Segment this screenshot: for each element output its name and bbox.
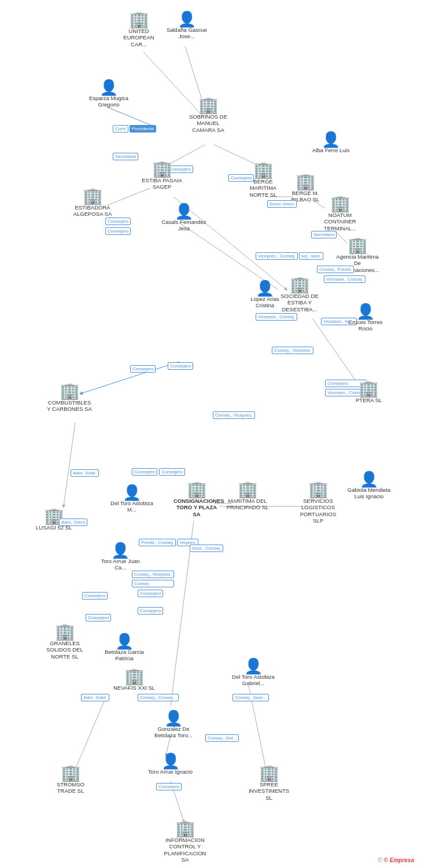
building-icon-nevafis: 🏢 bbox=[124, 668, 145, 685]
badge-vicesecr1[interactable]: Viceseor., Consej. bbox=[324, 275, 365, 283]
person-icon-saldana: 👤 bbox=[178, 12, 196, 27]
label-gabiola: Gabiola Mendieta Luis Ignacio bbox=[346, 487, 392, 500]
badge-consej-vicepres-mid: Consej., Vicepres. bbox=[213, 411, 255, 420]
label-graneles: GRANELES SOLIDOS DEL NORTE SL bbox=[42, 640, 88, 660]
badge-cd[interactable]: Consej., Del... bbox=[205, 734, 239, 742]
building-icon-sobrinos: 🏢 bbox=[198, 97, 219, 113]
node-estibadora: 🏢 ESTIBADORA ALGEPOSA SA bbox=[69, 188, 116, 218]
node-saldana: 👤 Saldaña Gascue Jose... bbox=[164, 12, 210, 40]
label-united: UNITED EUROPEAN CAR... bbox=[116, 28, 162, 47]
badge-au[interactable]: Adm. Único bbox=[59, 518, 87, 526]
node-toro-ignacio: 👤 Toro Arrue Ignacio bbox=[148, 753, 193, 775]
badge-sc[interactable]: Seor., Consej. bbox=[190, 545, 223, 552]
building-icon-berge-bilbao: 🏢 bbox=[296, 174, 316, 190]
node-noatum: 🏢 NOATUM CONTAINER TERMINAL... bbox=[317, 196, 363, 231]
badge-adm-solid-c[interactable]: Adm. Solid. bbox=[71, 469, 99, 477]
badge-cons[interactable]: Cons bbox=[113, 125, 128, 133]
badge-secretario-area: Secretario bbox=[113, 152, 138, 161]
node-toro-juan: 👤 Toro Arrue Juan Ca... bbox=[97, 543, 143, 571]
building-icon-informacion: 🏢 bbox=[175, 821, 195, 837]
node-united-european: 🏢 UNITED EUROPEAN CAR... bbox=[116, 12, 162, 47]
badge-consejero-left: Consejero bbox=[82, 591, 108, 600]
building-icon-combustibles: 🏢 bbox=[60, 383, 80, 399]
person-icon-del-toro-g: 👤 bbox=[244, 659, 263, 674]
node-maritima-principado: 🏢 MARITIMA DEL PRINCIPADO SL bbox=[224, 481, 271, 511]
node-stromso: 🏢 STROMSO TRADE SL bbox=[47, 765, 94, 795]
badge-vc2[interactable]: Viceseor., Consej. bbox=[256, 313, 297, 321]
label-estiba-pasaia: ESTIBA PASAIA SAGEP bbox=[139, 177, 185, 190]
badge-ca2[interactable]: Consejero bbox=[138, 607, 163, 615]
label-estibadora: ESTIBADORA ALGEPOSA SA bbox=[69, 204, 116, 218]
badge-consejero-e[interactable]: Consejero bbox=[105, 218, 131, 225]
badge-cons-ll[interactable]: Consejero bbox=[86, 614, 111, 621]
label-casals: Casals Fernandez Jesa bbox=[161, 219, 207, 232]
person-icon-toro-juan: 👤 bbox=[111, 543, 130, 558]
badge-consej-vp[interactable]: Consej., Vicepres. bbox=[132, 571, 174, 578]
building-icon-ptera: 🏢 bbox=[359, 381, 379, 397]
badge-consejero-ll: Consejero bbox=[86, 613, 111, 622]
badge-consejero-ignacio: Consejero bbox=[156, 782, 182, 791]
node-del-toro-m: 👤 Del Toro Astobiza M... bbox=[109, 485, 155, 513]
label-esparza: Esparza Mugica Gregorio bbox=[86, 95, 132, 108]
node-estiba-pasaia: 🏢 ESTIBA PASAIA SAGEP bbox=[139, 161, 185, 190]
label-toro-main: CONSIGNACIONES TORO Y PLAZA SA bbox=[173, 498, 220, 517]
badge-presidente[interactable]: Presidente bbox=[130, 125, 156, 133]
badge-sec-noatum[interactable]: Secretario bbox=[311, 231, 337, 238]
badge-ca[interactable]: Consejero bbox=[138, 590, 163, 597]
badge-consejero-m2[interactable]: Consejero bbox=[159, 468, 184, 476]
building-icon-stromso: 🏢 bbox=[61, 765, 81, 781]
badge-cons-m3[interactable]: Consej. bbox=[132, 580, 174, 587]
node-alba-ferre: 👤 Alba Ferre Luis bbox=[312, 132, 349, 153]
badge-consejero-e2[interactable]: Consejero bbox=[105, 227, 131, 235]
badge-consejero-m1[interactable]: Consejero bbox=[132, 468, 157, 476]
node-sobrinos: 🏢 SOBRINOS DE MANUEL CAMARA SA bbox=[185, 97, 231, 133]
badge-consej-n1[interactable]: Consej., Consej... bbox=[138, 694, 179, 701]
badge-cons-center[interactable]: Consejero bbox=[168, 362, 193, 370]
person-icon-cruces: 👤 bbox=[356, 304, 375, 319]
building-icon-graneles: 🏢 bbox=[55, 624, 75, 640]
badge-su[interactable]: Socio Único bbox=[267, 200, 297, 208]
label-ptera: PTERA SL bbox=[356, 397, 382, 403]
person-icon-lopez: 👤 bbox=[256, 281, 274, 296]
building-icon-maritima-p: 🏢 bbox=[238, 481, 258, 498]
badge-sej[interactable]: sej., seor. bbox=[299, 252, 323, 260]
badge-consejero-ca2: Consejero bbox=[138, 606, 163, 615]
badge-cons-left[interactable]: Consejero bbox=[82, 592, 108, 599]
building-icon-estibadora: 🏢 bbox=[83, 188, 103, 204]
badges-consej-middle: Consej., Vicepres. Consej. bbox=[132, 570, 174, 588]
badge-cv[interactable]: Consej., Viceseor. bbox=[272, 347, 313, 354]
node-gabiola: 👤 Gabiola Mendieta Luis Ignacio bbox=[346, 472, 392, 500]
badge-adm-unico: Adm. Único bbox=[59, 518, 87, 527]
badges-vicepres: Vicepres., Consej. sej., seor. bbox=[256, 252, 323, 260]
badge-cons-ignacio[interactable]: Consejero bbox=[156, 783, 182, 790]
badge-cvm[interactable]: Consej., Vicepres. bbox=[213, 411, 255, 419]
badge-presid[interactable]: Presid., Consej. bbox=[139, 539, 176, 546]
label-toro-juan: Toro Arrue Juan Ca... bbox=[97, 558, 143, 571]
badge-vicepres[interactable]: Vicepres., Consej. bbox=[256, 252, 298, 260]
label-servicios: SERVICIOS LOGISTICOS PORTUARIOS SLP bbox=[295, 498, 341, 524]
building-icon-toro-red: 🏢 bbox=[187, 481, 207, 498]
svg-line-19 bbox=[75, 694, 107, 770]
badge-consej-presid[interactable]: Consej., Presid. bbox=[317, 266, 354, 273]
badge-secretario[interactable]: Secretario bbox=[113, 153, 138, 160]
building-icon-sociedad: 🏢 bbox=[290, 277, 310, 293]
badge-adm-solid-combustibles: Adm. Solid. bbox=[71, 469, 99, 477]
badge-consejero-ca: Consejero bbox=[138, 589, 163, 598]
building-icon-spree: 🏢 bbox=[259, 765, 279, 781]
label-combustibles: COMBUSTIBLES Y CARBONES SA bbox=[46, 399, 93, 413]
badge-consejero-mid: Consejero bbox=[130, 365, 156, 373]
badge-cs-g[interactable]: Consej., Seor... bbox=[232, 694, 269, 701]
label-nevafis: NEVAFIS XXI SL bbox=[113, 685, 155, 691]
badge-cons-mid[interactable]: Consejero bbox=[130, 365, 156, 373]
node-graneles: 🏢 GRANELES SOLIDOS DEL NORTE SL bbox=[42, 624, 88, 660]
label-stromso: STROMSO TRADE SL bbox=[47, 781, 94, 795]
person-icon-alba: 👤 bbox=[322, 132, 340, 147]
badge-secretario-noatum: Secretario bbox=[311, 230, 337, 239]
label-saldana: Saldaña Gascue Jose... bbox=[164, 27, 210, 40]
badge-adm-solid-n[interactable]: Adm. Solid. bbox=[81, 694, 109, 701]
node-ptera: 🏢 PTERA SL bbox=[356, 381, 382, 403]
node-gonzalez: 👤 Gonzalez De Betolaza Toro... bbox=[150, 711, 197, 739]
label-del-toro-g: Del Toro Astobiza Gabriel... bbox=[230, 674, 276, 687]
node-sociedad: 🏢 SOCIEDAD DE ESTIBA Y DESESTIBA... bbox=[276, 277, 323, 312]
node-berge-maritima: 🏢 BERGE MARITIMA NORTE SL bbox=[240, 162, 286, 198]
